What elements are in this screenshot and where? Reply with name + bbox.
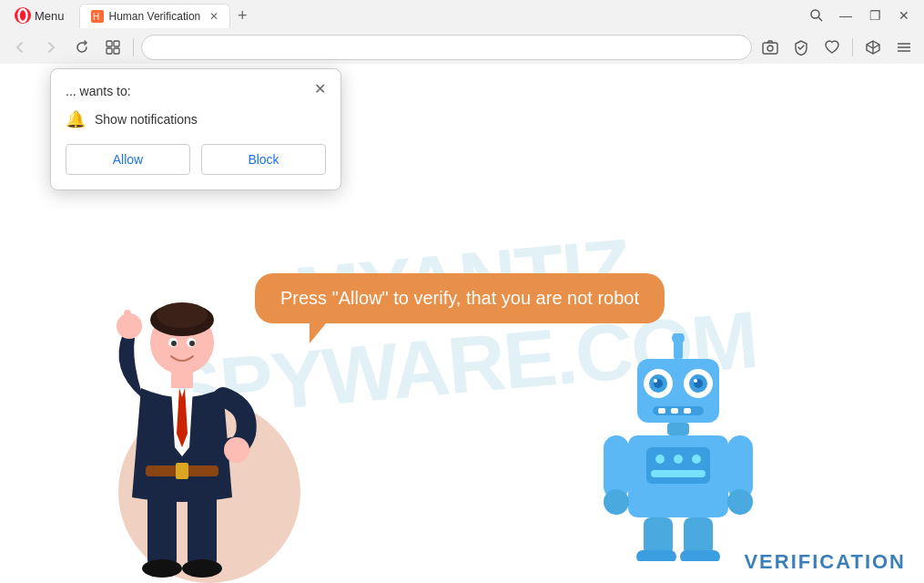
notification-popup: ✕ ... wants to: 🔔 Show notifications All… [50, 68, 341, 190]
address-bar[interactable] [141, 35, 752, 60]
back-button[interactable] [7, 35, 33, 60]
allow-button[interactable]: Allow [66, 144, 190, 175]
permission-text: Show notifications [95, 112, 198, 127]
robot-illustration [596, 333, 760, 565]
popup-close-button[interactable]: ✕ [310, 78, 330, 98]
person-illustration [91, 288, 273, 583]
heart-icon [824, 39, 840, 56]
speech-bubble: Press "Allow" to verify, that you are no… [255, 273, 665, 323]
nav-divider [133, 38, 134, 56]
svg-point-27 [182, 559, 222, 578]
forward-button[interactable] [38, 35, 64, 60]
menu-icon-button[interactable] [891, 35, 917, 60]
robot-svg [596, 333, 760, 561]
svg-point-41 [654, 379, 657, 383]
menu-label: Menu [35, 9, 65, 23]
active-tab[interactable]: H Human Verification ✕ [79, 4, 231, 28]
new-tab-button[interactable]: + [230, 4, 254, 27]
popup-title: ... wants to: [66, 84, 326, 98]
svg-text:H: H [93, 12, 99, 22]
svg-rect-44 [658, 408, 665, 414]
hamburger-icon [896, 39, 912, 56]
svg-point-17 [157, 302, 208, 328]
refresh-button[interactable] [69, 35, 95, 60]
right-divider [852, 38, 853, 56]
back-icon [13, 40, 27, 55]
refresh-icon [75, 40, 89, 55]
speech-bubble-container: Press "Allow" to verify, that you are no… [255, 273, 665, 323]
popup-buttons: Allow Block [66, 144, 326, 175]
bell-icon: 🔔 [66, 109, 86, 129]
nav-bar [0, 31, 924, 64]
camera-icon-button[interactable] [757, 35, 783, 60]
maximize-button[interactable]: ❐ [862, 3, 888, 28]
camera-icon [762, 39, 778, 56]
tab-title: Human Verification [109, 10, 201, 23]
svg-rect-49 [646, 447, 710, 484]
shield-icon [793, 39, 809, 56]
tabs-area: H Human Verification ✕ + [79, 0, 797, 31]
tabs-view-button[interactable] [100, 35, 126, 60]
svg-rect-25 [188, 493, 217, 566]
forward-icon [44, 40, 58, 55]
svg-rect-59 [684, 517, 713, 556]
right-icons [757, 35, 917, 60]
svg-point-55 [604, 489, 629, 515]
svg-rect-9 [114, 48, 119, 54]
svg-rect-47 [667, 423, 689, 435]
popup-permission: 🔔 Show notifications [66, 109, 326, 129]
svg-rect-58 [644, 517, 673, 556]
tab-favicon-icon: H [91, 10, 104, 23]
opera-logo-icon [15, 7, 31, 24]
svg-rect-45 [671, 408, 678, 414]
svg-point-52 [692, 455, 701, 464]
svg-rect-8 [107, 48, 112, 54]
svg-rect-20 [124, 310, 131, 330]
tabs-grid-icon [106, 40, 120, 55]
shield-icon-button[interactable] [788, 35, 814, 60]
cube-icon-button[interactable] [860, 35, 886, 60]
svg-rect-6 [107, 41, 112, 46]
svg-point-42 [694, 379, 697, 383]
svg-line-5 [818, 17, 822, 21]
svg-point-57 [727, 489, 753, 515]
svg-rect-60 [636, 550, 676, 561]
search-window-button[interactable] [804, 3, 829, 28]
opera-menu-button[interactable]: Menu [7, 4, 72, 27]
search-icon [809, 8, 824, 23]
speech-bubble-text: Press "Allow" to verify, that you are no… [280, 288, 639, 308]
svg-point-4 [811, 10, 819, 18]
svg-point-21 [224, 437, 249, 463]
browser-chrome: Menu H Human Verification ✕ + [0, 0, 924, 64]
heart-icon-button[interactable] [819, 35, 845, 60]
svg-point-51 [674, 455, 683, 464]
title-bar: Menu H Human Verification ✕ + [0, 0, 924, 31]
svg-point-31 [189, 341, 195, 346]
svg-rect-46 [684, 408, 691, 414]
close-button[interactable]: ✕ [891, 3, 917, 28]
svg-rect-53 [651, 470, 706, 477]
svg-rect-18 [171, 370, 193, 388]
tab-close-button[interactable]: ✕ [209, 10, 218, 23]
svg-rect-23 [176, 463, 188, 479]
svg-rect-61 [680, 550, 720, 561]
svg-rect-10 [763, 43, 777, 54]
svg-point-30 [171, 341, 177, 346]
svg-point-26 [142, 559, 182, 578]
cube-icon [865, 39, 881, 56]
svg-point-50 [655, 455, 665, 464]
svg-rect-7 [114, 41, 119, 46]
window-controls: — ❐ ✕ [804, 3, 917, 28]
svg-rect-24 [147, 493, 177, 566]
person-svg [91, 288, 273, 579]
verification-label: VERIFICATION [744, 550, 906, 574]
block-button[interactable]: Block [201, 144, 326, 175]
svg-point-11 [767, 46, 773, 51]
svg-point-1 [19, 9, 27, 22]
minimize-button[interactable]: — [833, 3, 858, 28]
